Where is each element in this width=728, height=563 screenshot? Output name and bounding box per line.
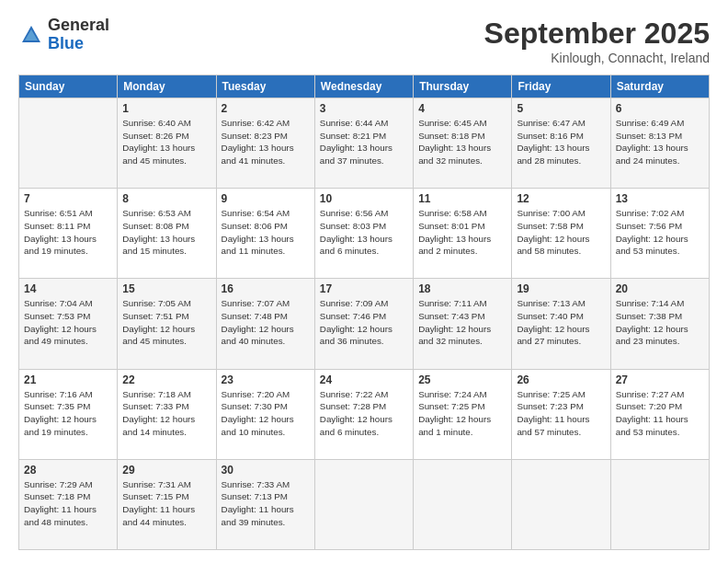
day-number: 16: [222, 282, 310, 295]
week-row-2: 14Sunrise: 7:04 AM Sunset: 7:53 PM Dayli…: [19, 279, 710, 369]
day-number: 30: [222, 464, 310, 477]
col-header-tuesday: Tuesday: [216, 75, 314, 98]
day-number: 5: [517, 102, 605, 115]
col-header-wednesday: Wednesday: [314, 75, 413, 98]
day-info: Sunrise: 7:22 AM Sunset: 7:28 PM Dayligh…: [320, 388, 408, 439]
day-info: Sunrise: 7:09 AM Sunset: 7:46 PM Dayligh…: [320, 297, 408, 348]
week-row-1: 7Sunrise: 6:51 AM Sunset: 8:11 PM Daylig…: [19, 189, 710, 279]
day-cell: 2Sunrise: 6:42 AM Sunset: 8:23 PM Daylig…: [216, 98, 314, 189]
day-cell: 21Sunrise: 7:16 AM Sunset: 7:35 PM Dayli…: [19, 369, 118, 459]
week-row-0: 1Sunrise: 6:40 AM Sunset: 8:26 PM Daylig…: [19, 98, 710, 189]
day-cell: 29Sunrise: 7:31 AM Sunset: 7:15 PM Dayli…: [118, 459, 216, 549]
day-cell: 20Sunrise: 7:14 AM Sunset: 7:38 PM Dayli…: [610, 279, 709, 369]
day-cell: 22Sunrise: 7:18 AM Sunset: 7:33 PM Dayli…: [118, 369, 216, 459]
day-info: Sunrise: 7:31 AM Sunset: 7:15 PM Dayligh…: [122, 478, 210, 529]
day-number: 29: [122, 464, 210, 477]
week-row-3: 21Sunrise: 7:16 AM Sunset: 7:35 PM Dayli…: [19, 369, 710, 459]
day-cell: 5Sunrise: 6:47 AM Sunset: 8:16 PM Daylig…: [512, 98, 610, 189]
day-info: Sunrise: 7:16 AM Sunset: 7:35 PM Dayligh…: [24, 388, 112, 439]
day-cell: 7Sunrise: 6:51 AM Sunset: 8:11 PM Daylig…: [19, 189, 118, 279]
logo-blue: Blue: [48, 35, 109, 53]
day-number: 25: [418, 373, 506, 386]
day-info: Sunrise: 7:04 AM Sunset: 7:53 PM Dayligh…: [24, 297, 112, 348]
day-info: Sunrise: 6:42 AM Sunset: 8:23 PM Dayligh…: [222, 117, 310, 167]
day-cell: 8Sunrise: 6:53 AM Sunset: 8:08 PM Daylig…: [118, 189, 216, 279]
day-number: 24: [320, 373, 408, 386]
header-row: SundayMondayTuesdayWednesdayThursdayFrid…: [19, 75, 710, 98]
day-info: Sunrise: 6:44 AM Sunset: 8:21 PM Dayligh…: [320, 117, 408, 167]
day-info: Sunrise: 6:54 AM Sunset: 8:06 PM Dayligh…: [222, 207, 310, 258]
day-cell: 19Sunrise: 7:13 AM Sunset: 7:40 PM Dayli…: [512, 279, 610, 369]
day-info: Sunrise: 7:05 AM Sunset: 7:51 PM Dayligh…: [122, 297, 210, 348]
day-number: 11: [418, 192, 506, 205]
day-cell: 3Sunrise: 6:44 AM Sunset: 8:21 PM Daylig…: [314, 98, 413, 189]
day-cell: [414, 459, 512, 549]
day-info: Sunrise: 7:25 AM Sunset: 7:23 PM Dayligh…: [517, 388, 605, 439]
day-info: Sunrise: 7:02 AM Sunset: 7:56 PM Dayligh…: [616, 207, 704, 258]
day-number: 15: [122, 282, 210, 295]
day-number: 27: [616, 373, 704, 386]
day-info: Sunrise: 7:18 AM Sunset: 7:33 PM Dayligh…: [122, 388, 210, 439]
day-cell: 30Sunrise: 7:33 AM Sunset: 7:13 PM Dayli…: [216, 459, 314, 549]
day-cell: 24Sunrise: 7:22 AM Sunset: 7:28 PM Dayli…: [314, 369, 413, 459]
day-cell: 14Sunrise: 7:04 AM Sunset: 7:53 PM Dayli…: [19, 279, 118, 369]
col-header-sunday: Sunday: [19, 75, 118, 98]
logo-general: General: [48, 17, 109, 35]
day-cell: 13Sunrise: 7:02 AM Sunset: 7:56 PM Dayli…: [610, 189, 709, 279]
day-number: 12: [517, 192, 605, 205]
day-cell: 9Sunrise: 6:54 AM Sunset: 8:06 PM Daylig…: [216, 189, 314, 279]
day-cell: 23Sunrise: 7:20 AM Sunset: 7:30 PM Dayli…: [216, 369, 314, 459]
day-number: 18: [418, 282, 506, 295]
col-header-monday: Monday: [118, 75, 216, 98]
location-subtitle: Kinlough, Connacht, Ireland: [484, 51, 710, 65]
day-info: Sunrise: 6:53 AM Sunset: 8:08 PM Dayligh…: [122, 207, 210, 258]
day-number: 10: [320, 192, 408, 205]
day-number: 9: [222, 192, 310, 205]
day-cell: 27Sunrise: 7:27 AM Sunset: 7:20 PM Dayli…: [610, 369, 709, 459]
day-cell: 10Sunrise: 6:56 AM Sunset: 8:03 PM Dayli…: [314, 189, 413, 279]
header: General Blue September 2025 Kinlough, Co…: [18, 17, 710, 65]
day-cell: 17Sunrise: 7:09 AM Sunset: 7:46 PM Dayli…: [314, 279, 413, 369]
day-cell: [314, 459, 413, 549]
day-info: Sunrise: 7:07 AM Sunset: 7:48 PM Dayligh…: [222, 297, 310, 348]
day-number: 21: [24, 373, 112, 386]
day-cell: 25Sunrise: 7:24 AM Sunset: 7:25 PM Dayli…: [414, 369, 512, 459]
day-number: 7: [24, 192, 112, 205]
day-number: 1: [122, 102, 210, 115]
day-cell: 16Sunrise: 7:07 AM Sunset: 7:48 PM Dayli…: [216, 279, 314, 369]
col-header-saturday: Saturday: [610, 75, 709, 98]
day-cell: 18Sunrise: 7:11 AM Sunset: 7:43 PM Dayli…: [414, 279, 512, 369]
page: General Blue September 2025 Kinlough, Co…: [0, 0, 728, 563]
day-cell: [610, 459, 709, 549]
day-info: Sunrise: 7:00 AM Sunset: 7:58 PM Dayligh…: [517, 207, 605, 258]
day-number: 19: [517, 282, 605, 295]
month-title: September 2025: [484, 17, 710, 51]
day-info: Sunrise: 7:24 AM Sunset: 7:25 PM Dayligh…: [418, 388, 506, 439]
day-cell: 26Sunrise: 7:25 AM Sunset: 7:23 PM Dayli…: [512, 369, 610, 459]
day-info: Sunrise: 7:33 AM Sunset: 7:13 PM Dayligh…: [222, 478, 310, 529]
day-info: Sunrise: 7:14 AM Sunset: 7:38 PM Dayligh…: [616, 297, 704, 348]
day-info: Sunrise: 6:45 AM Sunset: 8:18 PM Dayligh…: [418, 117, 506, 167]
day-number: 26: [517, 373, 605, 386]
logo-icon: [18, 22, 44, 48]
day-cell: 28Sunrise: 7:29 AM Sunset: 7:18 PM Dayli…: [19, 459, 118, 549]
day-info: Sunrise: 6:58 AM Sunset: 8:01 PM Dayligh…: [418, 207, 506, 258]
day-info: Sunrise: 7:20 AM Sunset: 7:30 PM Dayligh…: [222, 388, 310, 439]
day-cell: [512, 459, 610, 549]
day-number: 2: [222, 102, 310, 115]
day-cell: 12Sunrise: 7:00 AM Sunset: 7:58 PM Dayli…: [512, 189, 610, 279]
day-cell: 6Sunrise: 6:49 AM Sunset: 8:13 PM Daylig…: [610, 98, 709, 189]
day-info: Sunrise: 6:47 AM Sunset: 8:16 PM Dayligh…: [517, 117, 605, 167]
logo: General Blue: [18, 17, 109, 53]
day-info: Sunrise: 7:13 AM Sunset: 7:40 PM Dayligh…: [517, 297, 605, 348]
week-row-4: 28Sunrise: 7:29 AM Sunset: 7:18 PM Dayli…: [19, 459, 710, 549]
title-block: September 2025 Kinlough, Connacht, Irela…: [484, 17, 710, 65]
day-number: 22: [122, 373, 210, 386]
day-info: Sunrise: 6:40 AM Sunset: 8:26 PM Dayligh…: [122, 117, 210, 167]
day-cell: 4Sunrise: 6:45 AM Sunset: 8:18 PM Daylig…: [414, 98, 512, 189]
day-cell: 15Sunrise: 7:05 AM Sunset: 7:51 PM Dayli…: [118, 279, 216, 369]
day-number: 3: [320, 102, 408, 115]
day-cell: 1Sunrise: 6:40 AM Sunset: 8:26 PM Daylig…: [118, 98, 216, 189]
day-number: 14: [24, 282, 112, 295]
day-info: Sunrise: 7:29 AM Sunset: 7:18 PM Dayligh…: [24, 478, 112, 529]
